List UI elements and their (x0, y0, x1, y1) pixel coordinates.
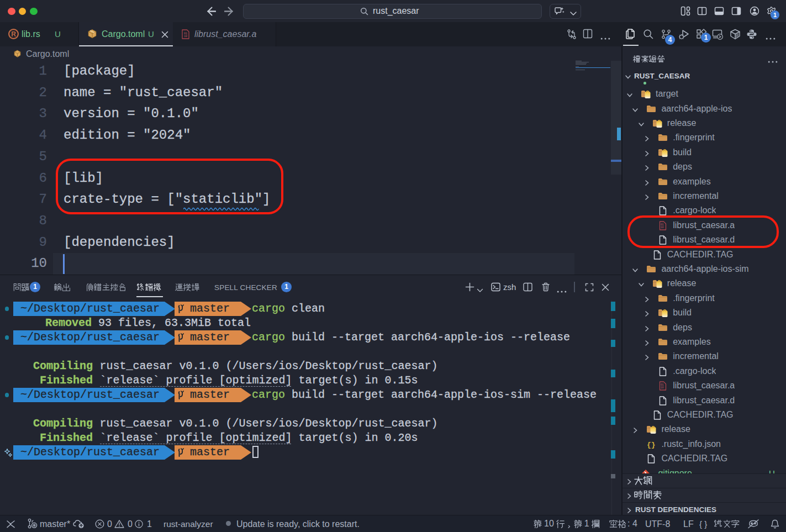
svg-text:10: 10 (661, 386, 664, 389)
svg-text:R: R (11, 30, 16, 38)
svg-text:{}: {} (647, 440, 655, 449)
svg-text:10: 10 (184, 35, 187, 38)
